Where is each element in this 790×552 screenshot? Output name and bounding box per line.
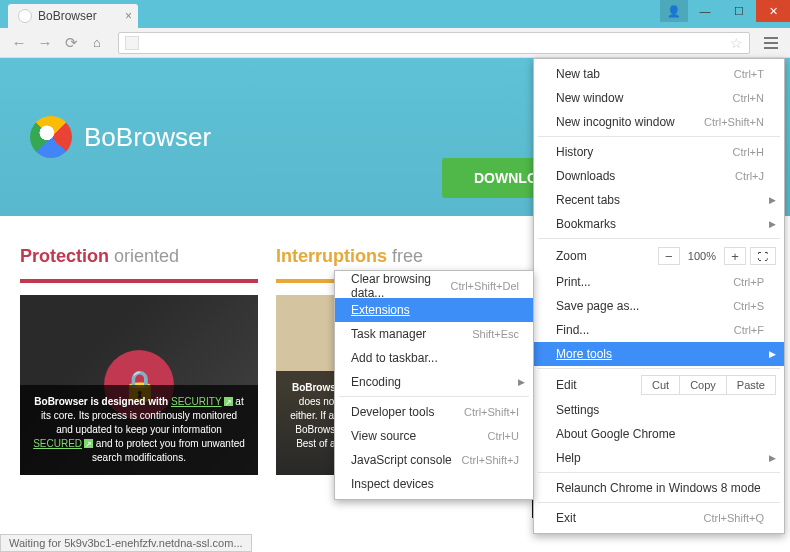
menu-new-incognito[interactable]: New incognito windowCtrl+Shift+N [534,110,784,134]
fullscreen-button[interactable]: ⛶ [750,247,776,265]
hamburger-menu-button[interactable] [760,32,782,54]
menu-more-tools[interactable]: More tools▶ [534,342,784,366]
titlebar: BoBrowser × 👤 — ☐ ✕ [0,0,790,28]
submenu-js-console[interactable]: JavaScript consoleCtrl+Shift+J [335,448,533,472]
main-menu: New tabCtrl+T New windowCtrl+N New incog… [533,58,785,534]
menu-exit[interactable]: ExitCtrl+Shift+Q [534,506,784,530]
zoom-in-button[interactable]: + [724,247,746,265]
menu-new-tab[interactable]: New tabCtrl+T [534,62,784,86]
maximize-button[interactable]: ☐ [722,0,756,22]
menu-relaunch[interactable]: Relaunch Chrome in Windows 8 mode [534,476,784,500]
chevron-right-icon: ▶ [769,349,776,359]
tab-title: BoBrowser [38,9,97,23]
edit-cut-button[interactable]: Cut [641,375,680,395]
brand-logo-icon [30,116,72,158]
status-bar: Waiting for 5k9v3bc1-enehfzfv.netdna-ssl… [0,534,252,552]
submenu-developer-tools[interactable]: Developer toolsCtrl+Shift+I [335,400,533,424]
menu-about[interactable]: About Google Chrome [534,422,784,446]
external-link-icon: ↗ [224,397,233,406]
more-tools-submenu: Clear browsing data...Ctrl+Shift+Del Ext… [334,270,534,500]
submenu-extensions[interactable]: Extensions [335,298,533,322]
chevron-right-icon: ▶ [769,453,776,463]
submenu-clear-data[interactable]: Clear browsing data...Ctrl+Shift+Del [335,274,533,298]
menu-recent-tabs[interactable]: Recent tabs▶ [534,188,784,212]
toolbar: ← → ⟳ ⌂ ☆ [0,28,790,58]
menu-find[interactable]: Find...Ctrl+F [534,318,784,342]
menu-zoom: Zoom − 100% + ⛶ [534,242,784,270]
site-icon [125,36,139,50]
edit-paste-button[interactable]: Paste [726,375,776,395]
zoom-value: 100% [684,250,720,262]
card-protection: Protection oriented 🔒 BoBrowser is desig… [20,246,258,518]
bookmark-star-icon[interactable]: ☆ [730,35,743,51]
home-button[interactable]: ⌂ [86,32,108,54]
menu-print[interactable]: Print...Ctrl+P [534,270,784,294]
card-description: BoBrowser is designed with SECURITY↗ at … [20,385,258,475]
menu-history[interactable]: HistoryCtrl+H [534,140,784,164]
chevron-right-icon: ▶ [769,195,776,205]
forward-button[interactable]: → [34,32,56,54]
zoom-out-button[interactable]: − [658,247,680,265]
tab-close-icon[interactable]: × [125,9,132,23]
chevron-right-icon: ▶ [769,219,776,229]
card-title: Protection oriented [20,246,258,267]
address-bar[interactable]: ☆ [118,32,750,54]
edit-copy-button[interactable]: Copy [679,375,727,395]
menu-downloads[interactable]: DownloadsCtrl+J [534,164,784,188]
card-image: 🔒 BoBrowser is designed with SECURITY↗ a… [20,295,258,475]
reload-button[interactable]: ⟳ [60,32,82,54]
back-button[interactable]: ← [8,32,30,54]
browser-tab[interactable]: BoBrowser × [8,4,138,28]
menu-edit: Edit Cut Copy Paste [534,372,784,398]
tab-favicon [18,9,32,23]
minimize-button[interactable]: — [688,0,722,22]
user-icon[interactable]: 👤 [660,0,688,22]
submenu-task-manager[interactable]: Task managerShift+Esc [335,322,533,346]
menu-save-page[interactable]: Save page as...Ctrl+S [534,294,784,318]
chevron-right-icon: ▶ [518,377,525,387]
brand-name: BoBrowser [84,122,211,153]
brand-logo-wrap: BoBrowser [30,116,211,158]
window-controls: 👤 — ☐ ✕ [660,0,790,22]
menu-new-window[interactable]: New windowCtrl+N [534,86,784,110]
menu-settings[interactable]: Settings [534,398,784,422]
window-close-button[interactable]: ✕ [756,0,790,22]
menu-bookmarks[interactable]: Bookmarks▶ [534,212,784,236]
external-link-icon: ↗ [84,439,93,448]
card-accent-bar [20,279,258,283]
card-title: Interruptions free [276,246,514,267]
submenu-encoding[interactable]: Encoding▶ [335,370,533,394]
menu-help[interactable]: Help▶ [534,446,784,470]
submenu-inspect-devices[interactable]: Inspect devices [335,472,533,496]
submenu-add-taskbar[interactable]: Add to taskbar... [335,346,533,370]
submenu-view-source[interactable]: View sourceCtrl+U [335,424,533,448]
